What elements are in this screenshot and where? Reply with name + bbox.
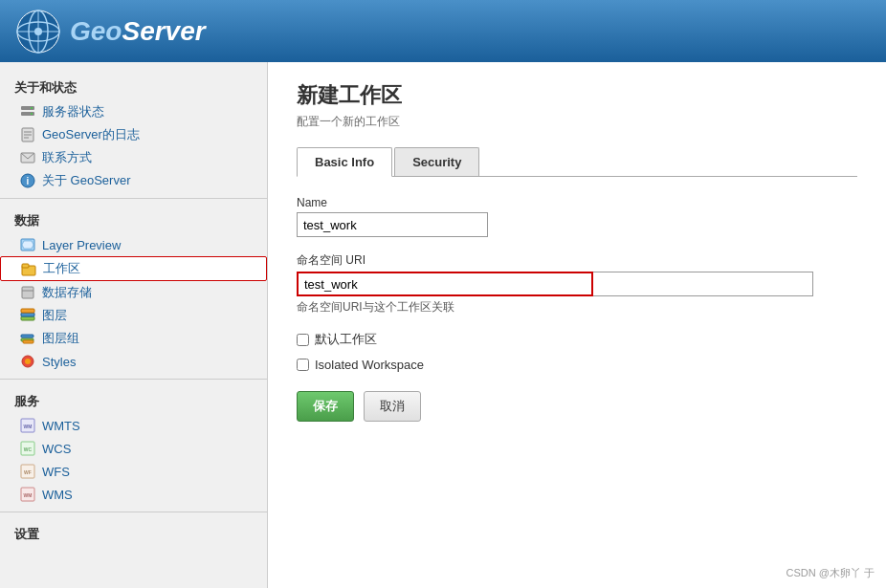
sidebar-item-log[interactable]: GeoServer的日志 <box>0 123 267 146</box>
default-workspace-row: 默认工作区 <box>297 331 857 348</box>
sidebar-item-styles[interactable]: Styles <box>0 350 267 373</box>
sidebar-label: 联系方式 <box>42 149 92 166</box>
log-icon <box>19 126 36 143</box>
sidebar-label: WCS <box>42 442 71 456</box>
uri-label: 命名空间 URI <box>297 252 857 269</box>
uri-input-extra[interactable] <box>593 272 813 296</box>
sidebar-item-layergroup[interactable]: 图层组 <box>0 327 267 350</box>
svg-text:WC: WC <box>24 446 33 452</box>
svg-text:WM: WM <box>24 492 33 498</box>
svg-point-5 <box>34 28 42 35</box>
sidebar-item-server-status[interactable]: 服务器状态 <box>0 100 267 123</box>
isolated-workspace-label: Isolated Workspace <box>315 358 424 372</box>
tabs-container: Basic Info Security <box>297 147 857 177</box>
preview-icon <box>19 236 36 253</box>
svg-rect-20 <box>22 264 29 268</box>
sidebar-divider-3 <box>0 512 267 512</box>
content-area: 新建工作区 配置一个新的工作区 Basic Info Security Name… <box>268 62 886 588</box>
sidebar-label: 关于 GeoServer <box>42 172 130 189</box>
name-input[interactable] <box>297 212 488 237</box>
layer-icon <box>19 307 36 324</box>
sidebar-label: GeoServer的日志 <box>42 126 140 143</box>
sidebar-item-datastore[interactable]: 数据存储 <box>0 281 267 304</box>
uri-field-group: 命名空间 URI 命名空间URI与这个工作区关联 <box>297 252 857 316</box>
geoserver-logo-icon <box>14 8 62 55</box>
cancel-button[interactable]: 取消 <box>364 391 421 422</box>
svg-text:WF: WF <box>24 469 32 475</box>
sidebar-item-workspace[interactable]: 工作区 <box>0 256 267 281</box>
sidebar-item-layer-preview[interactable]: Layer Preview <box>0 233 267 256</box>
sidebar-label: 数据存储 <box>42 284 92 301</box>
uri-help-text: 命名空间URI与这个工作区关联 <box>297 299 857 316</box>
sidebar-label: Styles <box>42 355 76 369</box>
info-icon: i <box>19 172 36 189</box>
svg-point-9 <box>31 113 33 115</box>
uri-input[interactable] <box>297 272 593 296</box>
sidebar-label: WMTS <box>42 419 80 433</box>
sidebar-item-layer[interactable]: 图层 <box>0 304 267 327</box>
svg-rect-28 <box>23 340 33 343</box>
svg-rect-24 <box>21 313 34 316</box>
sidebar-label: WFS <box>42 465 70 479</box>
svg-rect-27 <box>21 335 33 338</box>
button-row: 保存 取消 <box>297 391 857 422</box>
svg-text:WM: WM <box>24 424 33 429</box>
logo-area: GeoServer <box>14 8 206 55</box>
name-field-group: Name <box>297 196 857 237</box>
sidebar-divider <box>0 198 267 199</box>
workspace-icon <box>20 260 37 277</box>
header: GeoServer <box>0 0 886 62</box>
sidebar-item-contact[interactable]: 联系方式 <box>0 146 267 169</box>
section-settings-title: 设置 <box>0 518 267 547</box>
page-subtitle: 配置一个新的工作区 <box>297 114 857 130</box>
default-workspace-checkbox[interactable] <box>297 334 309 346</box>
sidebar-item-wfs[interactable]: WF WFS <box>0 460 267 483</box>
page-title: 新建工作区 <box>297 81 857 110</box>
styles-icon <box>19 353 36 370</box>
sidebar-item-wcs[interactable]: WC WCS <box>0 437 267 460</box>
sidebar-item-about[interactable]: i 关于 GeoServer <box>0 169 267 192</box>
svg-rect-21 <box>22 287 33 298</box>
svg-rect-25 <box>21 309 34 313</box>
sidebar-item-wms[interactable]: WM WMS <box>0 483 267 506</box>
wmts-icon: WM <box>19 417 36 434</box>
svg-marker-18 <box>22 241 33 249</box>
uri-row <box>297 272 857 296</box>
server-icon <box>19 103 36 120</box>
tab-security[interactable]: Security <box>394 147 479 176</box>
svg-rect-23 <box>21 316 34 320</box>
default-workspace-label: 默认工作区 <box>315 331 377 348</box>
sidebar-label: 图层组 <box>42 330 79 347</box>
section-about-title: 关于和状态 <box>0 72 267 100</box>
layergroup-icon <box>19 330 36 347</box>
wcs-icon: WC <box>19 440 36 457</box>
section-data-title: 数据 <box>0 205 267 233</box>
sidebar-divider-2 <box>0 379 267 380</box>
sidebar-label: 图层 <box>42 307 67 324</box>
contact-icon <box>19 149 36 166</box>
main-layout: 关于和状态 服务器状态 GeoServer的日志 联系方式 i 关于 GeoSe… <box>0 62 886 588</box>
save-button[interactable]: 保存 <box>297 391 354 422</box>
logo-text: GeoServer <box>70 16 206 47</box>
svg-text:i: i <box>27 176 30 186</box>
isolated-workspace-checkbox[interactable] <box>297 359 309 371</box>
isolated-workspace-row: Isolated Workspace <box>297 358 857 372</box>
svg-point-8 <box>31 107 33 109</box>
tab-basic-info[interactable]: Basic Info <box>297 147 392 177</box>
sidebar: 关于和状态 服务器状态 GeoServer的日志 联系方式 i 关于 GeoSe… <box>0 62 268 588</box>
svg-point-30 <box>25 359 31 364</box>
sidebar-label: Layer Preview <box>42 238 121 252</box>
sidebar-label: WMS <box>42 488 73 502</box>
store-icon <box>19 284 36 301</box>
footer-watermark: CSDN @木卵丫 于 <box>786 566 875 580</box>
sidebar-item-wmts[interactable]: WM WMTS <box>0 414 267 437</box>
sidebar-label: 工作区 <box>43 260 80 277</box>
wfs-icon: WF <box>19 463 36 480</box>
name-label: Name <box>297 196 857 209</box>
wms-icon: WM <box>19 486 36 503</box>
sidebar-label: 服务器状态 <box>42 103 104 120</box>
section-services-title: 服务 <box>0 385 267 414</box>
